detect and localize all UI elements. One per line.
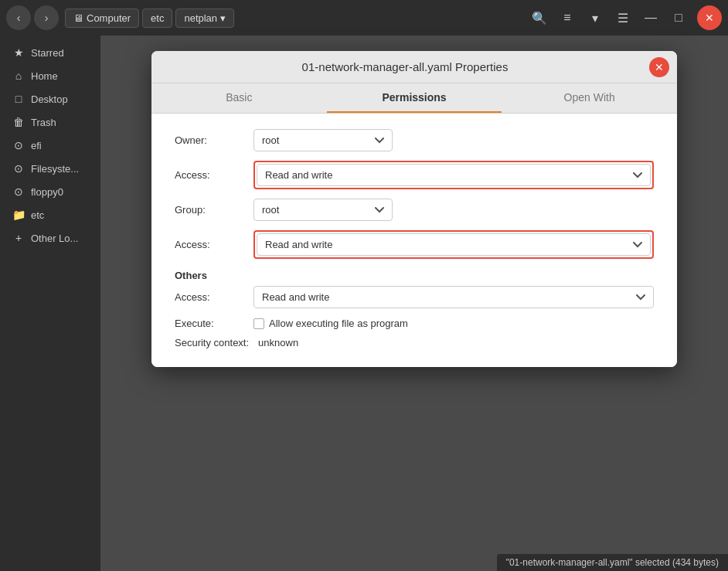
sidebar-item-etc[interactable]: 📁 etc (3, 204, 97, 226)
main-layout: ★ Starred ⌂ Home □ Desktop 🗑 Trash ⊙ efi… (0, 36, 728, 571)
dialog-tabs: Basic Permissions Open With (151, 83, 677, 114)
back-button[interactable]: ‹ (6, 5, 31, 30)
dialog-body: Owner: root Access: Read and write Read-… (151, 114, 677, 367)
dialog-titlebar: 01-network-manager-all.yaml Properties ✕ (151, 51, 677, 83)
minimize-icon: — (645, 11, 657, 25)
view-dropdown-button[interactable]: ▾ (583, 5, 607, 30)
others-section-label: Others (175, 270, 654, 281)
tab-open-with[interactable]: Open With (502, 83, 677, 113)
drive-icon: ⊙ (12, 139, 25, 151)
group-select[interactable]: root (253, 199, 393, 221)
tab-permissions[interactable]: Permissions (327, 83, 502, 113)
desktop-icon: □ (12, 93, 25, 105)
sidebar-item-desktop[interactable]: □ Desktop (3, 88, 97, 110)
list-icon: ≡ (563, 11, 570, 25)
sidebar-item-trash[interactable]: 🗑 Trash (3, 111, 97, 133)
properties-dialog: 01-network-manager-all.yaml Properties ✕… (151, 51, 677, 367)
owner-access-highlighted-wrapper: Read and write Read-only Write-only None (253, 161, 654, 189)
sidebar: ★ Starred ⌂ Home □ Desktop 🗑 Trash ⊙ efi… (0, 36, 100, 571)
star-icon: ★ (12, 46, 25, 59)
tab-basic[interactable]: Basic (151, 83, 327, 113)
group-access-label: Access: (175, 239, 244, 250)
dialog-close-button[interactable]: ✕ (649, 57, 669, 77)
plus-icon: + (12, 232, 25, 244)
view-list-button[interactable]: ≡ (555, 5, 580, 30)
sidebar-item-filesystem[interactable]: ⊙ Filesyste... (3, 158, 97, 179)
others-access-row: Access: Read and write Read-only Write-o… (175, 286, 654, 308)
security-context-row: Security context: unknown (175, 337, 654, 348)
owner-access-row: Access: Read and write Read-only Write-o… (175, 161, 654, 189)
group-access-row: Access: Read and write Read-only Write-o… (175, 230, 654, 259)
group-row: Group: root (175, 199, 654, 221)
forward-button[interactable]: › (34, 5, 59, 30)
search-button[interactable]: 🔍 (527, 5, 552, 30)
folder-icon: 📁 (12, 209, 25, 221)
owner-label: Owner: (175, 134, 244, 146)
execute-label: Execute: (175, 318, 244, 329)
search-icon: 🔍 (532, 11, 547, 25)
owner-access-label: Access: (175, 169, 244, 181)
sidebar-item-home[interactable]: ⌂ Home (3, 65, 97, 87)
dialog-close-icon: ✕ (655, 61, 664, 73)
maximize-icon: □ (675, 11, 682, 25)
hamburger-icon: ☰ (617, 11, 628, 25)
sidebar-item-starred[interactable]: ★ Starred (3, 42, 97, 63)
sidebar-item-other-locations[interactable]: + Other Lo... (3, 227, 97, 249)
sidebar-item-floppy[interactable]: ⊙ floppy0 (3, 181, 97, 202)
others-access-select[interactable]: Read and write Read-only Write-only None (253, 286, 654, 308)
others-access-label: Access: (175, 291, 244, 303)
execute-checkbox-label: Allow executing file as program (269, 318, 408, 329)
security-context-label: Security context: (175, 337, 249, 348)
group-label: Group: (175, 204, 244, 216)
execute-checkbox[interactable] (253, 318, 264, 329)
owner-access-select[interactable]: Read and write Read-only Write-only None (257, 164, 651, 186)
group-access-highlighted-wrapper: Read and write Read-only Write-only None (253, 230, 654, 259)
drive-icon-2: ⊙ (12, 162, 25, 175)
chevron-down-icon: ▾ (592, 11, 598, 25)
close-icon: ✕ (705, 12, 714, 24)
security-context-value: unknown (258, 337, 298, 348)
status-text: "01-network-manager-all.yaml" selected (… (506, 557, 719, 568)
owner-row: Owner: root (175, 129, 654, 151)
breadcrumb-netplan[interactable]: netplan ▾ (175, 8, 233, 28)
owner-select[interactable]: root (253, 129, 393, 151)
top-bar: ‹ › 🖥 Computer etc netplan ▾ 🔍 ≡ ▾ ☰ — □… (0, 0, 728, 36)
execute-checkbox-area: Allow executing file as program (253, 318, 408, 329)
computer-icon: 🖥 (73, 12, 83, 24)
window-close-button[interactable]: ✕ (697, 5, 722, 30)
maximize-button[interactable]: □ (666, 5, 691, 30)
breadcrumb-computer[interactable]: 🖥 Computer (65, 8, 139, 28)
sidebar-item-efi[interactable]: ⊙ efi (3, 134, 97, 156)
home-icon: ⌂ (12, 70, 25, 82)
status-bar: "01-network-manager-all.yaml" selected (… (497, 554, 728, 571)
breadcrumb-etc[interactable]: etc (142, 8, 172, 28)
trash-icon: 🗑 (12, 116, 25, 128)
group-access-select[interactable]: Read and write Read-only Write-only None (257, 233, 651, 256)
floppy-icon: ⊙ (12, 185, 25, 198)
menu-button[interactable]: ☰ (611, 5, 635, 30)
minimize-button[interactable]: — (638, 5, 663, 30)
breadcrumb-area: 🖥 Computer etc netplan ▾ (65, 8, 234, 28)
dialog-title: 01-network-manager-all.yaml Properties (302, 60, 509, 73)
execute-row: Execute: Allow executing file as program (175, 318, 654, 329)
content-area: 01-network-manager-all.yaml Properties ✕… (100, 36, 728, 571)
